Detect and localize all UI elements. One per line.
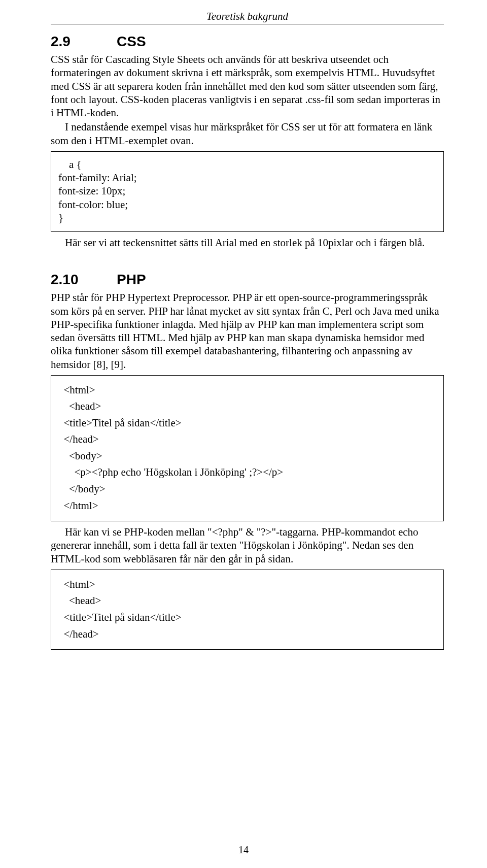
heading-2-9: 2.9CSS [51, 34, 444, 50]
paragraph: CSS står för Cascading Style Sheets och … [51, 53, 444, 119]
code-line: font-color: blue; [58, 198, 436, 211]
code-block-html-output: <html> <head> <title>Titel på sidan</tit… [51, 570, 444, 650]
heading-2-10: 2.10PHP [51, 272, 444, 288]
heading-title: CSS [117, 34, 146, 49]
code-line: font-family: Arial; [58, 171, 436, 184]
paragraph: PHP står för PHP Hypertext Preprocessor.… [51, 291, 444, 371]
paragraph: I nedanstående exempel visas hur märkspr… [51, 120, 444, 147]
code-line: </body> [58, 481, 436, 497]
heading-number: 2.10 [51, 272, 117, 288]
code-line: } [58, 211, 436, 224]
heading-title: PHP [117, 272, 146, 287]
running-header: Teoretisk bakgrund [51, 10, 444, 23]
code-block-php: <html> <head> <title>Titel på sidan</tit… [51, 375, 444, 521]
paragraph: Här ser vi att teckensnittet sätts till … [51, 236, 444, 249]
code-line: <head> [58, 398, 436, 415]
code-line: a { [58, 158, 436, 171]
code-line: <body> [58, 448, 436, 464]
code-line: <html> [58, 382, 436, 398]
code-line: <title>Titel på sidan</title> [58, 415, 436, 431]
paragraph: Här kan vi se PHP-koden mellan "<?php" &… [51, 525, 444, 565]
code-line: </head> [58, 431, 436, 448]
code-line: font-size: 10px; [58, 184, 436, 197]
code-line: <title>Titel på sidan</title> [58, 609, 436, 626]
page: Teoretisk bakgrund 2.9CSS CSS står för C… [0, 0, 487, 868]
code-line: <p><?php echo 'Högskolan i Jönköping' ;?… [58, 464, 436, 481]
heading-number: 2.9 [51, 34, 117, 50]
code-line: </head> [58, 626, 436, 643]
code-line: <head> [58, 592, 436, 609]
header-rule [51, 24, 444, 24]
code-line: <html> [58, 576, 436, 593]
code-block-css: a { font-family: Arial; font-size: 10px;… [51, 151, 444, 232]
code-line: </html> [58, 497, 436, 514]
page-number: 14 [0, 844, 487, 856]
